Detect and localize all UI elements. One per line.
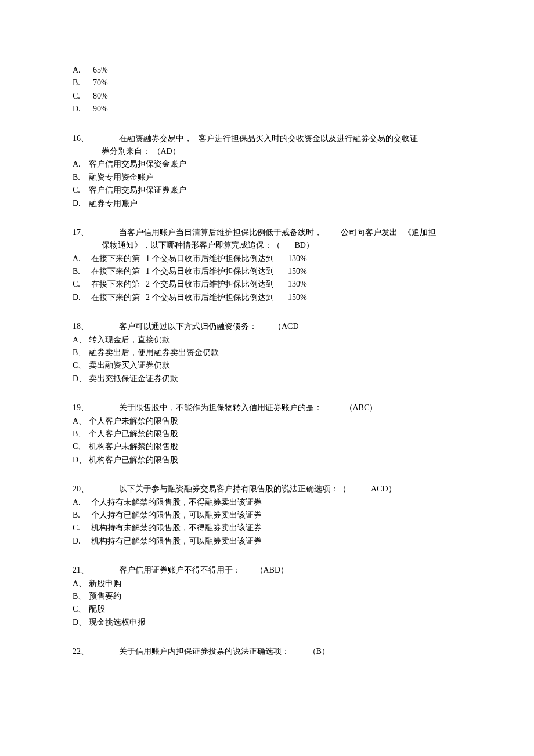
option-row: A、 转入现金后，直接仍款 <box>73 334 461 346</box>
question-number: 16、 <box>73 132 119 145</box>
option-text: 机构持有已解禁的限售股，可以融券卖出该证券 <box>89 535 461 548</box>
option-label: D、 <box>73 372 89 385</box>
option-text: 融券卖出后，使用融券卖出资金仍款 <box>89 346 461 359</box>
option-text: 90% <box>89 103 461 115</box>
option-text: 在接下来的第 1 个交易日收市后维护担保比例达到 150% <box>89 265 461 278</box>
option-row: B. 个人持有已解禁的限售股，可以融券卖出该证券 <box>73 509 461 522</box>
option-text: 65% <box>89 64 461 77</box>
question-stem: 以下关于参与融资融券交易客户持有限售股的说法正确选项：（ ACD） <box>119 483 461 495</box>
option-text: 客户信用交易担保证券账户 <box>89 184 461 197</box>
option-text: 机构客户未解禁的限售股 <box>89 440 461 453</box>
question-18: 18、 客户可以通过以下方式归仍融资债务： （ACD A、 转入现金后，直接仍款… <box>73 320 461 385</box>
question-21: 21、 客户信用证券账户不得不得用于： （ABD） A、 新股申购 B、 预售要… <box>73 564 461 629</box>
question-22: 22、 关于信用账户内担保证券投票的说法正确选项： （B） <box>73 645 461 658</box>
option-row: C、 卖出融资买入证券仍款 <box>73 359 461 372</box>
option-label: C、 <box>73 359 89 372</box>
option-label: A. <box>73 158 89 171</box>
option-label: C. <box>73 184 89 197</box>
option-label: A. <box>73 64 89 77</box>
question-stem: 客户可以通过以下方式归仍融资债务： （ACD <box>119 320 461 333</box>
question-number: 19、 <box>73 401 119 414</box>
option-row: A. 在接下来的第 1 个交易日收市后维护担保比例达到 130% <box>73 252 461 265</box>
question-stem-cont: 券分别来自： （AD） <box>73 145 461 158</box>
question-stem-row: 20、 以下关于参与融资融券交易客户持有限售股的说法正确选项：（ ACD） <box>73 483 461 495</box>
option-label: A. <box>73 252 89 265</box>
option-text: 客户信用交易担保资金账户 <box>89 158 461 171</box>
question-number: 20、 <box>73 483 119 495</box>
option-row: A. 65% <box>73 64 461 77</box>
question-stem-cont: 保物通知》，以下哪种情形客户即算完成追保：（ BD） <box>73 239 461 252</box>
option-label: D. <box>73 103 89 115</box>
option-row: B、 融券卖出后，使用融券卖出资金仍款 <box>73 346 461 359</box>
option-text: 在接下来的第 2 个交易日收市后维护担保比例达到 150% <box>89 291 461 304</box>
option-label: C、 <box>73 603 89 616</box>
option-text: 在接下来的第 2 个交易日收市后维护担保比例达到 130% <box>89 278 461 291</box>
option-row: C、 机构客户未解禁的限售股 <box>73 440 461 453</box>
option-row: A. 客户信用交易担保资金账户 <box>73 158 461 171</box>
option-label: C. <box>73 90 89 103</box>
option-row: D、 机构客户已解禁的限售股 <box>73 454 461 466</box>
option-row: D. 融券专用账户 <box>73 197 461 210</box>
option-text: 个人客户已解禁的限售股 <box>89 428 461 440</box>
question-stem-row: 19、 关于限售股中，不能作为担保物转入信用证券账户的是： （ABC） <box>73 401 461 414</box>
question-stem: 关于限售股中，不能作为担保物转入信用证券账户的是： （ABC） <box>119 401 461 414</box>
question-stem: 关于信用账户内担保证券投票的说法正确选项： （B） <box>119 645 461 658</box>
option-label: B. <box>73 77 89 89</box>
option-row: D. 90% <box>73 103 461 115</box>
question-19: 19、 关于限售股中，不能作为担保物转入信用证券账户的是： （ABC） A、 个… <box>73 401 461 466</box>
option-label: A、 <box>73 415 89 428</box>
question-stem-row: 22、 关于信用账户内担保证券投票的说法正确选项： （B） <box>73 645 461 658</box>
option-label: D. <box>73 291 89 304</box>
option-row: B、 个人客户已解禁的限售股 <box>73 428 461 440</box>
question-stem-row: 16、 在融资融券交易中， 客户进行担保品买入时的交收资金以及进行融券交易的交收… <box>73 132 461 145</box>
question-16: 16、 在融资融券交易中， 客户进行担保品买入时的交收资金以及进行融券交易的交收… <box>73 132 461 210</box>
option-label: C. <box>73 522 89 534</box>
option-text: 在接下来的第 1 个交易日收市后维护担保比例达到 130% <box>89 252 461 265</box>
option-text: 融资专用资金账户 <box>89 171 461 184</box>
option-text: 个人客户未解禁的限售股 <box>89 415 461 428</box>
option-label: D、 <box>73 454 89 466</box>
option-label: A. <box>73 496 89 509</box>
option-row: A. 个人持有未解禁的限售股，不得融券卖出该证券 <box>73 496 461 509</box>
question-stem: 客户信用证券账户不得不得用于： （ABD） <box>119 564 461 577</box>
question-stem: 在融资融券交易中， 客户进行担保品买入时的交收资金以及进行融券交易的交收证 <box>119 132 461 145</box>
option-text: 转入现金后，直接仍款 <box>89 334 461 346</box>
question-stem-row: 17、 当客户信用账户当日清算后维护担保比例低于戒备线时， 公司向客户发出 《追… <box>73 226 461 239</box>
option-row: B. 融资专用资金账户 <box>73 171 461 184</box>
option-row: D. 在接下来的第 2 个交易日收市后维护担保比例达到 150% <box>73 291 461 304</box>
option-label: D. <box>73 197 89 210</box>
option-text: 机构客户已解禁的限售股 <box>89 454 461 466</box>
option-text: 个人持有未解禁的限售股，不得融券卖出该证券 <box>89 496 461 509</box>
option-label: D、 <box>73 616 89 629</box>
option-label: B、 <box>73 590 89 603</box>
option-label: B、 <box>73 346 89 359</box>
option-label: B. <box>73 509 89 522</box>
option-row: A、 新股申购 <box>73 577 461 590</box>
option-text: 新股申购 <box>89 577 461 590</box>
option-label: C、 <box>73 440 89 453</box>
option-text: 机构持有未解禁的限售股，不得融券卖出该证券 <box>89 522 461 534</box>
question-15-options: A. 65% B. 70% C. 80% D. 90% <box>73 64 461 116</box>
question-number: 17、 <box>73 226 119 239</box>
option-text: 80% <box>89 90 461 103</box>
option-label: A、 <box>73 577 89 590</box>
option-row: D. 机构持有已解禁的限售股，可以融券卖出该证券 <box>73 535 461 548</box>
option-text: 现金挑选权申报 <box>89 616 461 629</box>
option-row: C、 配股 <box>73 603 461 616</box>
question-20: 20、 以下关于参与融资融券交易客户持有限售股的说法正确选项：（ ACD） A.… <box>73 483 461 548</box>
option-text: 预售要约 <box>89 590 461 603</box>
question-number: 18、 <box>73 320 119 333</box>
question-stem: 当客户信用账户当日清算后维护担保比例低于戒备线时， 公司向客户发出 《追加担 <box>119 226 461 239</box>
option-row: C. 80% <box>73 90 461 103</box>
question-stem-row: 21、 客户信用证券账户不得不得用于： （ABD） <box>73 564 461 577</box>
question-number: 22、 <box>73 645 119 658</box>
option-row: B. 在接下来的第 1 个交易日收市后维护担保比例达到 150% <box>73 265 461 278</box>
question-number: 21、 <box>73 564 119 577</box>
option-label: B. <box>73 171 89 184</box>
option-text: 配股 <box>89 603 461 616</box>
option-label: D. <box>73 535 89 548</box>
option-row: B. 70% <box>73 77 461 89</box>
option-text: 卖出融资买入证券仍款 <box>89 359 461 372</box>
option-text: 卖出充抵保证金证券仍款 <box>89 372 461 385</box>
option-row: B、 预售要约 <box>73 590 461 603</box>
